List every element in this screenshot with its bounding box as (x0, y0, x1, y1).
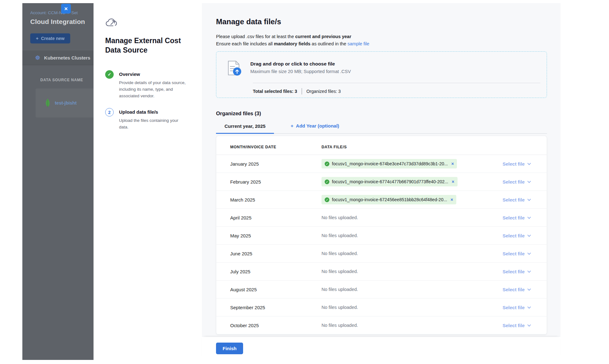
chevron-down-icon (527, 197, 531, 201)
select-file-dropdown[interactable]: Select file (492, 179, 530, 185)
close-drawer-button[interactable]: × (61, 4, 71, 14)
remove-file-icon[interactable]: × (451, 197, 453, 202)
select-file-dropdown[interactable]: Select file (492, 215, 530, 220)
data-source-link[interactable]: test-jbisht (55, 100, 77, 105)
select-file-label: Select file (503, 161, 525, 167)
file-cell: No files uploaded. (322, 323, 492, 328)
drawer-title: Manage External Cost Data Source (105, 36, 184, 55)
wizard-panel: × Manage External Cost Data Source ✓ Ove… (94, 3, 202, 360)
dimmed-background-page: Account: CCM-NG › Set Cloud Integration … (22, 3, 94, 360)
table-row: February 2025 ✓focusv1_mongo-invoice-677… (216, 173, 547, 191)
tab-current-year[interactable]: Current year, 2025 (216, 123, 274, 134)
file-dropzone[interactable]: Drag and drop or click to choose file Ma… (216, 51, 547, 98)
select-file-label: Select file (503, 323, 525, 328)
chevron-down-icon (527, 179, 531, 183)
table-row: March 2025 ✓focusv1_mongo-invoice-672456… (216, 191, 547, 209)
wizard-steps: ✓ Overview Provide details of your data … (105, 70, 192, 131)
month-label: July 2025 (230, 269, 322, 274)
chevron-down-icon (527, 215, 531, 219)
plus-icon: + (36, 36, 38, 41)
table-row: January 2025 ✓focusv1_mongo-invoice-674b… (216, 155, 547, 173)
no-files-text: No files uploaded. (322, 251, 358, 256)
file-cell: ✓focusv1_mongo-invoice-672456ee851bbb28c… (322, 195, 492, 204)
table-row: August 2025 No files uploaded. Select fi… (216, 281, 547, 299)
monthly-files-card: MONTH/INVOICE DATE DATA FILE/S January 2… (216, 136, 547, 335)
column-header-data-file: DATA FILE/S (322, 145, 492, 149)
mongodb-leaf-icon (45, 99, 50, 107)
tab-kubernetes-clusters[interactable]: ☸ Kubernetes Clusters (22, 50, 94, 65)
column-header-data-source-name: DATA SOURCE NAME (40, 78, 94, 82)
table-row: July 2025 No files uploaded. Select file (216, 263, 547, 281)
file-valid-check-icon: ✓ (325, 197, 329, 202)
sample-file-link[interactable]: sample file (348, 41, 369, 46)
no-files-text: No files uploaded. (322, 323, 358, 328)
file-name: focusv1_mongo-invoice-672456ee851bbb28c6… (332, 197, 447, 202)
instructions-line-2: Ensure each file includes all mandatory … (216, 40, 547, 48)
select-file-dropdown[interactable]: Select file (492, 233, 530, 238)
count-divider (302, 88, 302, 94)
upload-panel: Manage data file/s Please upload .csv fi… (202, 3, 561, 360)
file-name: focusv1_mongo-invoice-6774c477b667901d77… (332, 179, 448, 184)
total-selected-files: Total selected files: 3 (253, 89, 297, 94)
select-file-dropdown[interactable]: Select file (492, 269, 530, 274)
remove-file-icon[interactable]: × (452, 179, 454, 184)
step-description: Upload the files containing your data. (119, 117, 186, 131)
month-label: February 2025 (230, 179, 322, 185)
year-tabs: Current year, 2025 + Add Year (optional) (216, 123, 547, 134)
select-file-dropdown[interactable]: Select file (492, 305, 530, 310)
file-valid-check-icon: ✓ (325, 162, 329, 166)
file-cell: No files uploaded. (322, 233, 492, 238)
breadcrumb-settings-link[interactable]: Set (71, 10, 77, 15)
chevron-down-icon (527, 305, 531, 309)
uploaded-file-chip: ✓focusv1_mongo-invoice-674be3ce47c73d37d… (322, 159, 457, 168)
upload-panel-scrollarea[interactable]: Manage data file/s Please upload .csv fi… (202, 3, 561, 337)
select-file-dropdown[interactable]: Select file (492, 251, 530, 256)
select-file-dropdown[interactable]: Select file (492, 161, 530, 167)
breadcrumb-account-link[interactable]: Account: CCM-NG (30, 10, 65, 15)
step-overview[interactable]: ✓ Overview Provide details of your data … (105, 70, 192, 100)
no-files-text: No files uploaded. (322, 215, 358, 220)
file-name: focusv1_mongo-invoice-674be3ce47c73d37dd… (332, 161, 448, 166)
table-row: May 2025 No files uploaded. Select file (216, 227, 547, 245)
monthly-rows: January 2025 ✓focusv1_mongo-invoice-674b… (216, 155, 547, 334)
column-header-month: MONTH/INVOICE DATE (230, 145, 322, 149)
instructions-line-1: Please upload .csv files for at least th… (216, 33, 547, 40)
chevron-down-icon (527, 269, 531, 273)
add-year-button[interactable]: + Add Year (optional) (282, 123, 348, 133)
table-row: April 2025 No files uploaded. Select fil… (216, 209, 547, 227)
chevron-down-icon (527, 287, 531, 291)
remove-file-icon[interactable]: × (451, 161, 454, 166)
month-label: October 2025 (230, 323, 322, 328)
chevron-down-icon (527, 233, 531, 237)
dropzone-subtitle: Maximum file size 20 MB; Supported forma… (250, 69, 351, 74)
finish-button[interactable]: Finish (216, 343, 243, 354)
drawer-footer: Finish (202, 337, 561, 360)
no-files-text: No files uploaded. (322, 305, 358, 310)
month-label: May 2025 (230, 233, 322, 238)
select-file-label: Select file (503, 197, 525, 202)
cloud-export-icon (105, 18, 118, 28)
organized-files-count: Organized files: 3 (306, 89, 341, 94)
create-new-button[interactable]: + Create new (30, 33, 70, 43)
month-label: August 2025 (230, 287, 322, 292)
select-file-dropdown[interactable]: Select file (492, 287, 530, 292)
upload-instructions: Please upload .csv files for at least th… (216, 33, 547, 48)
file-cell: ✓focusv1_mongo-invoice-674be3ce47c73d37d… (322, 159, 492, 168)
page-title: Cloud Integration (22, 15, 94, 26)
select-file-dropdown[interactable]: Select file (492, 197, 530, 202)
close-icon: × (64, 6, 68, 12)
step-upload-data-files[interactable]: 2 Upload data file/s Upload the files co… (105, 108, 192, 131)
organized-files-heading: Organized files (3) (216, 111, 547, 117)
month-label: April 2025 (230, 215, 322, 220)
uploaded-file-chip: ✓focusv1_mongo-invoice-6774c477b667901d7… (322, 177, 458, 186)
column-header-spacer (492, 145, 530, 149)
tab-label: Kubernetes Clusters (44, 55, 90, 60)
chevron-down-icon (527, 251, 531, 255)
chevron-down-icon (527, 323, 531, 327)
file-cell: No files uploaded. (322, 305, 492, 310)
data-source-row[interactable]: test-jbisht (36, 88, 94, 117)
select-file-dropdown[interactable]: Select file (492, 323, 530, 328)
select-file-label: Select file (503, 233, 525, 238)
select-file-label: Select file (503, 287, 525, 292)
create-new-label: Create new (41, 36, 65, 41)
